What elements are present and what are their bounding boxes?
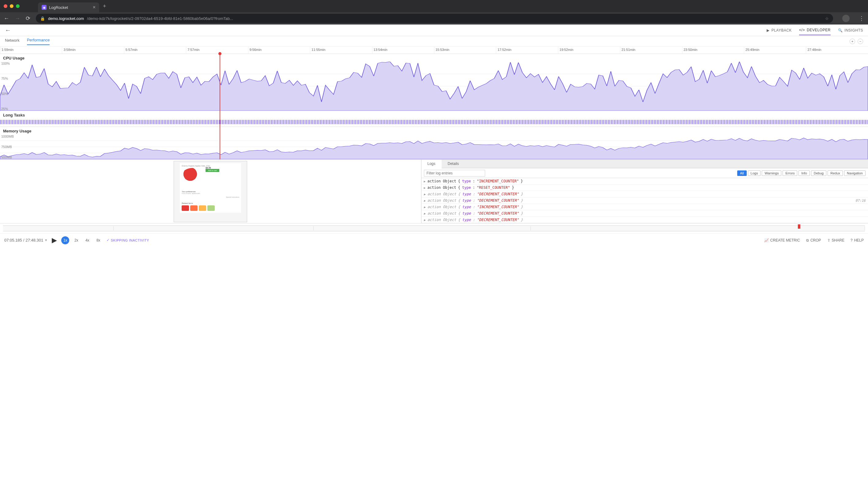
log-filter-input[interactable]	[424, 170, 485, 177]
window-controls	[4, 4, 20, 8]
log-filter-info[interactable]: Info	[799, 170, 809, 176]
cpu-usage-section: CPU Usage 100%75%50%25%	[0, 54, 868, 111]
preview-add-to-cart: Add to cart	[206, 169, 219, 172]
logs-toolbar: AllLogsWarningsErrorsInfoDebugReduxNavig…	[422, 168, 868, 178]
performance-subtab[interactable]: Performance	[27, 38, 50, 45]
zoom-out-button[interactable]: −	[858, 39, 863, 44]
playhead-knob[interactable]	[218, 52, 221, 55]
logs-tab-details[interactable]: Details	[442, 160, 465, 168]
help-button[interactable]: ? HELP	[850, 238, 864, 242]
log-timestamp: 07:16	[856, 199, 866, 203]
speed-4x[interactable]: 4x	[83, 236, 91, 244]
address-bar[interactable]: 🔒 demo.logrocket.com/demo-kdz7k/logrocke…	[36, 14, 833, 23]
back-icon[interactable]: ←	[4, 15, 9, 22]
speed-1x[interactable]: 1x	[61, 236, 69, 244]
log-entry[interactable]: ▶ action Object {type: "DECREMENT_COUNTE…	[422, 217, 868, 223]
network-subtab[interactable]: Network	[5, 38, 20, 45]
ruler-tick: 7:57min	[186, 47, 248, 54]
browser-toolbar: ← → ⟳ 🔒 demo.logrocket.com/demo-kdz7k/lo…	[0, 12, 868, 25]
speed-controls: 1x2x4x8x	[61, 236, 102, 244]
logrocket-favicon: ◉	[42, 5, 46, 10]
log-filter-redux[interactable]: Redux	[828, 170, 843, 176]
time-display[interactable]: 07:05.185 / 27:48.301 ▼	[4, 238, 48, 242]
chevron-down-icon: ▼	[44, 238, 48, 242]
player-footer: 07:05.185 / 27:48.301 ▼ ▶ 1x2x4x8x ✓ SKI…	[0, 233, 868, 247]
log-entry[interactable]: ▶ action Object {type: "INCREMENT_COUNTE…	[422, 178, 868, 184]
logs-pane: Logs Details AllLogsWarningsErrorsInfoDe…	[421, 160, 868, 223]
expand-arrow-icon[interactable]: ▶	[424, 180, 426, 183]
minimize-window-button[interactable]	[10, 4, 13, 8]
forward-icon[interactable]: →	[15, 15, 20, 22]
help-icon: ?	[850, 238, 853, 242]
ruler-tick: 5:57min	[124, 47, 186, 54]
play-button[interactable]: ▶	[52, 236, 57, 244]
expand-arrow-icon[interactable]: ▶	[424, 199, 426, 202]
expand-arrow-icon[interactable]: ▶	[424, 218, 426, 222]
expand-arrow-icon[interactable]: ▶	[424, 212, 426, 215]
memory-usage-chart[interactable]	[0, 135, 868, 159]
speed-2x[interactable]: 2x	[72, 236, 80, 244]
close-tab-icon[interactable]: ×	[93, 5, 96, 10]
developer-subtabs: Network Performance + −	[0, 36, 868, 47]
browser-menu-icon[interactable]: ⋮	[859, 15, 864, 22]
speed-8x[interactable]: 8x	[94, 236, 102, 244]
skip-inactivity-toggle[interactable]: ✓ SKIPPING INACTIVITY	[106, 238, 149, 242]
session-scrubber[interactable]	[3, 225, 865, 231]
cpu-usage-title: CPU Usage	[0, 54, 868, 62]
bottom-panels: Granny Organic Apples Gala, 2 lbs $6.59 …	[0, 160, 868, 223]
timeline-ruler[interactable]: 1:59min3:58min5:57min7:57min9:56min11:55…	[0, 47, 868, 54]
log-entry[interactable]: ▶ action Object {type: "DECREMENT_COUNTE…	[422, 197, 868, 204]
reload-icon[interactable]: ⟳	[26, 15, 30, 22]
expand-arrow-icon[interactable]: ▶	[424, 205, 426, 209]
share-button[interactable]: ⇪ SHARE	[827, 238, 844, 242]
ruler-tick: 17:52min	[496, 47, 558, 54]
play-icon: ▶	[767, 28, 770, 32]
expand-arrow-icon[interactable]: ▶	[424, 186, 426, 190]
ruler-tick: 13:54min	[372, 47, 434, 54]
app-header: ← ▶ PLAYBACK </> DEVELOPER 🔍 INSIGHTS	[0, 25, 868, 36]
session-preview-pane: Granny Organic Apples Gala, 2 lbs $6.59 …	[0, 160, 421, 223]
ruler-tick: 25:49min	[744, 47, 806, 54]
create-metric-button[interactable]: 📈 CREATE METRIC	[764, 238, 800, 242]
profile-avatar[interactable]	[842, 15, 849, 22]
zoom-in-button[interactable]: +	[849, 39, 855, 44]
crop-button[interactable]: ⧉ CROP	[806, 238, 821, 242]
log-entries-list[interactable]: ▶ action Object {type: "INCREMENT_COUNTE…	[422, 178, 868, 223]
cpu-usage-chart[interactable]	[0, 62, 868, 111]
expand-arrow-icon[interactable]: ▶	[424, 193, 426, 196]
playhead[interactable]	[220, 54, 220, 160]
log-entry[interactable]: ▶ action Object {type: "DECREMENT_COUNTE…	[422, 210, 868, 217]
current-time: 07:05.185	[4, 238, 22, 242]
share-icon: ⇪	[827, 238, 830, 242]
log-entry[interactable]: ▶ action Object {type: "INCREMENT_COUNTE…	[422, 204, 868, 210]
insights-tab[interactable]: 🔍 INSIGHTS	[838, 28, 863, 32]
log-entry[interactable]: ▶ action Object {type: "DECREMENT_COUNTE…	[422, 191, 868, 197]
playback-tab[interactable]: ▶ PLAYBACK	[767, 28, 792, 32]
browser-tab-bar: ◉ LogRocket × +	[0, 0, 868, 12]
logs-tab-logs[interactable]: Logs	[422, 160, 442, 168]
memory-usage-title: Memory Usage	[0, 127, 868, 135]
log-filter-debug[interactable]: Debug	[811, 170, 826, 176]
log-filter-errors[interactable]: Errors	[782, 170, 797, 176]
log-filter-all[interactable]: All	[737, 170, 746, 176]
scrubber-marker[interactable]	[798, 224, 800, 229]
memory-y-axis-labels: 1000MB750MB500MB	[1, 135, 14, 159]
close-window-button[interactable]	[4, 4, 7, 8]
search-icon: 🔍	[838, 28, 843, 32]
browser-tab[interactable]: ◉ LogRocket ×	[38, 2, 99, 12]
long-tasks-strip[interactable]	[0, 120, 868, 124]
session-preview-frame[interactable]: Granny Organic Apples Gala, 2 lbs $6.59 …	[174, 161, 247, 222]
ruler-tick: 1:59min	[0, 47, 62, 54]
log-filter-logs[interactable]: Logs	[748, 170, 761, 176]
memory-usage-section: Memory Usage 1000MB750MB500MB	[0, 127, 868, 160]
ruler-tick: 27:48min	[806, 47, 868, 54]
new-tab-button[interactable]: +	[103, 3, 106, 9]
log-filter-warnings[interactable]: Warnings	[762, 170, 781, 176]
app-back-button[interactable]: ←	[5, 27, 11, 34]
maximize-window-button[interactable]	[16, 4, 20, 8]
ruler-tick: 3:58min	[62, 47, 124, 54]
log-filter-navigation[interactable]: Navigation	[844, 170, 866, 176]
log-entry[interactable]: ▶ action Object {type: "RESET_COUNTER"}	[422, 184, 868, 191]
developer-tab[interactable]: </> DEVELOPER	[799, 28, 831, 35]
bookmark-star-icon[interactable]: ☆	[825, 16, 829, 21]
